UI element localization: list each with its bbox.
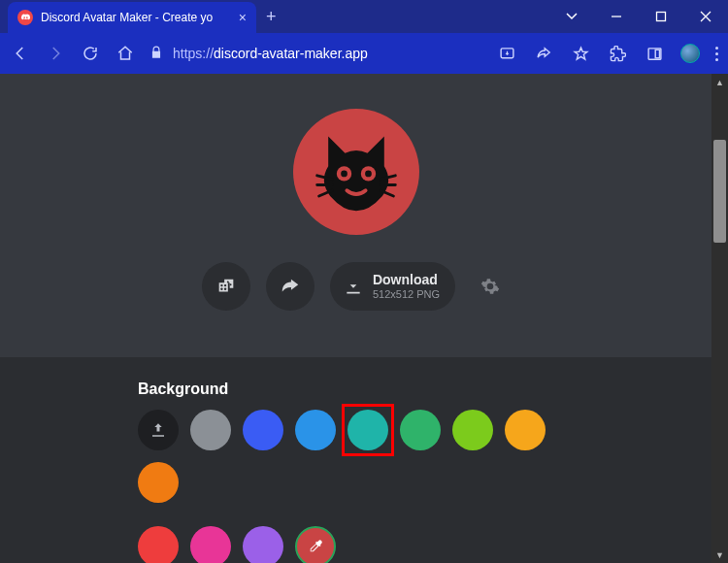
svg-point-6 <box>341 171 347 178</box>
forward-button[interactable] <box>45 43 66 64</box>
avatar-preview <box>293 109 419 235</box>
svg-point-11 <box>224 284 226 286</box>
extension-avatar-icon[interactable] <box>680 44 700 63</box>
minimize-button[interactable] <box>594 0 639 33</box>
star-icon[interactable] <box>570 43 591 64</box>
svg-point-7 <box>365 171 372 178</box>
swatch-row <box>138 410 574 563</box>
reload-button[interactable] <box>80 43 101 64</box>
download-button[interactable]: Download 512x512 PNG <box>330 262 455 311</box>
download-icon <box>344 277 363 296</box>
download-subtext: 512x512 PNG <box>373 288 440 300</box>
selection-highlight <box>342 404 394 456</box>
svg-point-13 <box>230 283 232 285</box>
home-button[interactable] <box>115 43 136 64</box>
maximize-button[interactable] <box>639 0 683 33</box>
color-swatch[interactable] <box>505 410 546 450</box>
extensions-icon[interactable] <box>607 43 628 64</box>
tab-title: Discord Avatar Maker - Create yo <box>41 11 231 24</box>
chevron-down-icon[interactable] <box>549 0 594 33</box>
install-app-icon[interactable] <box>496 43 517 64</box>
cat-avatar-icon <box>310 125 403 218</box>
settings-button[interactable] <box>471 267 510 306</box>
color-picker-swatch[interactable] <box>295 526 336 563</box>
scroll-up-icon[interactable]: ▲ <box>711 74 728 90</box>
svg-point-10 <box>220 288 222 290</box>
background-section: Background <box>0 357 711 563</box>
hero-panel: Download 512x512 PNG <box>0 74 711 357</box>
svg-point-9 <box>224 288 226 290</box>
upload-swatch[interactable] <box>138 410 179 450</box>
browser-toolbar: https://discord-avatar-maker.app <box>0 33 728 74</box>
color-swatch[interactable] <box>138 462 179 503</box>
section-title: Background <box>138 381 574 398</box>
eyedropper-icon <box>307 538 324 555</box>
color-swatch[interactable] <box>190 526 231 563</box>
scroll-down-icon[interactable]: ▼ <box>711 546 728 563</box>
color-swatch[interactable] <box>295 410 336 450</box>
scrollbar-track[interactable]: ▲ ▼ <box>711 74 728 563</box>
svg-rect-3 <box>655 50 659 58</box>
color-swatch[interactable] <box>243 410 283 450</box>
svg-rect-0 <box>657 13 666 21</box>
color-swatch[interactable] <box>452 410 493 450</box>
color-swatch[interactable] <box>138 526 179 563</box>
menu-button[interactable] <box>715 47 718 61</box>
address-bar[interactable]: https://discord-avatar-maker.app <box>149 46 482 62</box>
page-viewport: Download 512x512 PNG Background ▲ ▼ <box>0 74 728 563</box>
url-text: https://discord-avatar-maker.app <box>173 46 368 61</box>
share-button[interactable] <box>266 262 314 311</box>
favicon-discord-icon <box>17 10 33 25</box>
titlebar: Discord Avatar Maker - Create yo × + <box>0 0 728 33</box>
close-button[interactable] <box>683 0 728 33</box>
share-icon <box>280 276 301 297</box>
download-label: Download <box>373 273 440 287</box>
back-button[interactable] <box>10 43 31 64</box>
new-tab-button[interactable]: + <box>266 7 277 27</box>
tab-close-icon[interactable]: × <box>239 10 247 25</box>
lock-icon <box>149 46 163 62</box>
color-swatch[interactable] <box>190 410 231 450</box>
random-button[interactable] <box>202 262 250 311</box>
gear-icon <box>480 277 500 296</box>
panel-icon[interactable] <box>644 43 665 64</box>
share-icon[interactable] <box>533 43 554 64</box>
color-swatch[interactable] <box>243 526 283 563</box>
upload-icon <box>149 421 167 439</box>
svg-point-12 <box>227 281 229 282</box>
scrollbar-thumb[interactable] <box>713 140 726 243</box>
action-bar: Download 512x512 PNG <box>202 262 510 311</box>
svg-point-8 <box>220 284 222 286</box>
color-swatch[interactable] <box>347 410 388 450</box>
browser-tab[interactable]: Discord Avatar Maker - Create yo × <box>8 2 256 33</box>
color-swatch[interactable] <box>400 410 441 450</box>
dice-icon <box>215 276 237 297</box>
